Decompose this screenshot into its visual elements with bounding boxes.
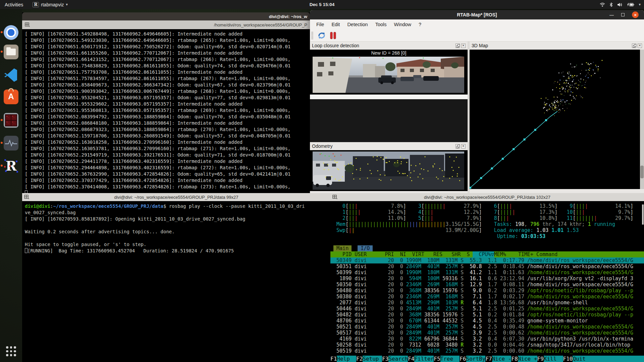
odometry-image bbox=[313, 152, 464, 190]
process-row[interactable]: 50399 divi 20 0 1990M 180M 131M S 41.2 1… bbox=[330, 269, 644, 276]
dock-item-files[interactable] bbox=[4, 45, 18, 59]
dock-item-chromium[interactable] bbox=[4, 25, 18, 40]
terminal-top-pathbar[interactable]: /home/divi/ros_workspace/eece5554/GROUP_… bbox=[22, 20, 310, 29]
maximize-button[interactable] bbox=[621, 13, 625, 16]
fkey-label[interactable]: Nice - bbox=[492, 356, 512, 362]
process-row[interactable]: 50349 divi 20 0 1990M 180M 131M S 55.3 1… bbox=[330, 257, 644, 263]
fkey-f9[interactable]: F9 bbox=[537, 356, 544, 362]
process-row[interactable]: 50521 divi 20 0 2849M 401M 257M S 4.5 2.… bbox=[330, 324, 644, 330]
loop-closure-empty-image bbox=[310, 95, 468, 99]
menu-file[interactable]: File bbox=[313, 22, 328, 27]
process-row[interactable]: 50446 divi 20 0 2849M 401M 257M S 5.1 2.… bbox=[330, 306, 644, 312]
process-row[interactable]: 50350 divi 20 0 2346M 269M 168M S 12.9 1… bbox=[330, 282, 644, 288]
htop-titlebar[interactable]: divi@divi: ~/ros_workspace/eece5554/GROU… bbox=[330, 193, 644, 201]
fkey-label[interactable]: Kill bbox=[544, 356, 563, 362]
dock-item-vscode[interactable] bbox=[4, 67, 18, 82]
float-panel-icon[interactable] bbox=[632, 44, 636, 48]
fkey-f3[interactable]: F3 bbox=[382, 356, 388, 362]
process-row[interactable]: 50519 divi 20 0 2849M 401M 257M S 3.2 2.… bbox=[330, 348, 644, 354]
rtabmap-title: RTAB-Map* [ROS] bbox=[457, 12, 497, 17]
fkey-f7[interactable]: F7 bbox=[485, 356, 492, 362]
refresh-button[interactable] bbox=[317, 31, 326, 40]
ubuntu-software-icon: A bbox=[4, 89, 18, 104]
float-panel-icon[interactable] bbox=[455, 44, 460, 48]
rtabmap-window: RTAB-Map* [ROS] — × FileEditDetectionToo… bbox=[310, 10, 644, 193]
activities-button[interactable]: Activities bbox=[0, 2, 29, 7]
wifi-icon bbox=[600, 2, 605, 7]
files-icon bbox=[4, 45, 18, 59]
close-panel-icon[interactable] bbox=[638, 44, 642, 48]
app-menu-label: rtabmapviz bbox=[41, 2, 64, 7]
fkey-f1[interactable]: F1 bbox=[330, 356, 337, 362]
fkey-label[interactable]: Nice + bbox=[518, 356, 537, 362]
process-row[interactable]: 50258 divi 20 0 7312 6028 3480 R 3.2 0.0… bbox=[330, 342, 644, 348]
fkey-label[interactable]: Setup bbox=[363, 356, 382, 362]
minimize-button[interactable]: — bbox=[609, 13, 614, 17]
process-row[interactable]: 50517 divi 20 0 2849M 401M 257M S 3.9 2.… bbox=[330, 330, 644, 336]
process-row[interactable]: 50482 divi 20 0 368M 38356 15976 S 5.1 0… bbox=[330, 312, 644, 318]
clock[interactable]: Dec 5 15:04 bbox=[310, 2, 334, 7]
terminal-window-htop: divi@divi: ~/ros_workspace/eece5554/GROU… bbox=[330, 193, 644, 362]
float-panel-icon[interactable] bbox=[455, 144, 460, 148]
terminal-top-titlebar[interactable]: divi@divi: ~/ros_w bbox=[22, 12, 310, 20]
fkey-f4[interactable]: F4 bbox=[408, 356, 414, 362]
show-applications-button[interactable] bbox=[5, 345, 17, 357]
fkey-f5[interactable]: F5 bbox=[434, 356, 440, 362]
close-button[interactable]: × bbox=[632, 11, 639, 18]
terminal-bl-title: divi@divi: ~/ros_workspace/eece5554/GROU… bbox=[22, 195, 330, 200]
process-row[interactable]: 1890 divi 20 0 594M 100M 59316 S 16.1 0.… bbox=[330, 276, 644, 282]
htop-tab-main[interactable]: Main bbox=[333, 245, 352, 251]
map3d-panel-header: 3D Map bbox=[470, 42, 644, 50]
terminal-window-rosbag: divi@divi: ~/ros_workspace/eece5554/GROU… bbox=[22, 193, 330, 362]
map3d-panel-title: 3D Map bbox=[472, 43, 488, 48]
menu-tools[interactable]: Tools bbox=[372, 22, 390, 27]
menu-window[interactable]: Window bbox=[390, 22, 415, 27]
fkey-label[interactable]: SortBy bbox=[466, 356, 486, 362]
fkey-label[interactable]: Help bbox=[337, 356, 356, 362]
fkey-f8[interactable]: F8 bbox=[511, 356, 518, 362]
rtabmap-titlebar[interactable]: RTAB-Map* [ROS] — × bbox=[310, 10, 644, 19]
fkey-f10[interactable]: F10 bbox=[563, 356, 573, 362]
fkey-f6[interactable]: F6 bbox=[460, 356, 466, 362]
fkey-label[interactable]: Search bbox=[388, 356, 408, 362]
dock-item-ubuntu-software[interactable]: A bbox=[4, 89, 18, 104]
terminal-bl-body[interactable]: divi@divi:~/ros_workspace/eece5554/GROUP… bbox=[22, 201, 330, 362]
rviz-app-icon: R bbox=[33, 2, 39, 7]
toolbar-handle[interactable] bbox=[311, 32, 313, 40]
process-row[interactable]: 50351 divi 20 0 2849M 401M 257M S 50.8 2… bbox=[330, 263, 644, 269]
loop-closure-panel: Loop closure detection New ID = 268 [0] bbox=[310, 42, 468, 193]
terminator-group-icon[interactable] bbox=[25, 22, 30, 27]
process-row[interactable]: 50480 divi 20 0 368M 38356 15976 S 9.0 0… bbox=[330, 288, 644, 294]
process-row[interactable]: 48706 divi 20 0 670M 61344 44532 S 4.5 0… bbox=[330, 318, 644, 324]
close-panel-icon[interactable] bbox=[461, 44, 466, 48]
terminal-top-body[interactable]: [ INFO] [1670270651.549288498, 131766096… bbox=[22, 29, 310, 193]
fkey-label[interactable]: Filter bbox=[414, 356, 434, 362]
app-menu[interactable]: R rtabmapviz ▾ bbox=[29, 2, 71, 7]
menu-edit[interactable]: Edit bbox=[328, 22, 343, 27]
htop-body[interactable]: 0[||| 7.8%] 3[||||||| 27.9%] 6[|||| 13.5… bbox=[330, 201, 644, 362]
dock-item-terminator[interactable]: >_>_>_>_ bbox=[4, 113, 18, 128]
fkey-label[interactable]: Tree bbox=[440, 356, 460, 362]
fkey-label[interactable]: Quit bbox=[573, 356, 644, 362]
terminal-window-rtabmap-log: divi@divi: ~/ros_w /home/divi/ros_worksp… bbox=[22, 12, 310, 193]
dock-item-system-monitor[interactable] bbox=[4, 136, 18, 150]
menu-help[interactable]: ? bbox=[415, 22, 425, 27]
vscode-icon bbox=[4, 67, 18, 82]
htop-scrollbar[interactable] bbox=[642, 204, 644, 225]
dock-item-rviz[interactable]: R bbox=[4, 159, 18, 173]
htop-tab-io[interactable]: I/O bbox=[358, 245, 373, 251]
map3d-scrollbar[interactable] bbox=[640, 50, 644, 189]
terminal-top-path: /home/divi/ros_workspace/eece5554/GROUP_… bbox=[214, 22, 307, 27]
fkey-f2[interactable]: F2 bbox=[356, 356, 363, 362]
system-tray[interactable]: ▾ bbox=[600, 0, 641, 9]
close-panel-icon[interactable] bbox=[461, 144, 466, 148]
odometry-view bbox=[310, 150, 468, 191]
process-row[interactable]: 2077 divi 20 0 4513M 290M 103M R 6.4 1.8… bbox=[330, 300, 644, 306]
map3d-viewport[interactable] bbox=[470, 50, 640, 189]
process-row[interactable]: 4169 divi 20 0 822M 66796 36844 S 3.2 0.… bbox=[330, 336, 644, 342]
pause-button[interactable] bbox=[329, 31, 337, 40]
terminal-bl-titlebar[interactable]: divi@divi: ~/ros_workspace/eece5554/GROU… bbox=[22, 193, 330, 201]
scrollbar-thumb[interactable] bbox=[640, 166, 644, 178]
process-row[interactable]: 50380 divi 20 0 2346M 269M 168M S 7.1 1.… bbox=[330, 294, 644, 300]
menu-detection[interactable]: Detection bbox=[343, 22, 371, 27]
